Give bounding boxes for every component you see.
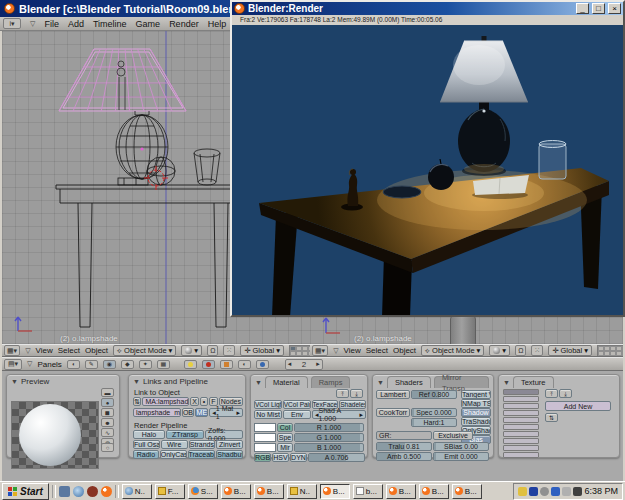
- close-button[interactable]: ×: [608, 3, 621, 14]
- gr-field[interactable]: GR:: [376, 431, 432, 440]
- object-icon[interactable]: ◆: [121, 360, 134, 369]
- orientation-dropdown[interactable]: ✛ Global ▾: [240, 345, 284, 356]
- paste-material-icon[interactable]: ⤓: [350, 389, 363, 398]
- slider-ref[interactable]: Ref 0.800: [411, 390, 457, 399]
- col-button[interactable]: Col: [277, 423, 293, 432]
- logic-icon[interactable]: ◖: [67, 360, 80, 369]
- zoffs-field[interactable]: Zoffs: 0.000: [205, 430, 243, 439]
- shadbuf-toggle[interactable]: Shadbuf: [216, 450, 243, 459]
- tab-shaders[interactable]: Shaders: [387, 376, 431, 388]
- draw-type-dropdown[interactable]: ▾: [181, 345, 202, 356]
- tab-material[interactable]: Material: [265, 376, 308, 388]
- task-button[interactable]: B...: [386, 484, 416, 499]
- clock[interactable]: 6:38 PM: [584, 486, 618, 496]
- ob-button[interactable]: OB: [182, 408, 195, 417]
- panel-collapse-icon[interactable]: ▼: [503, 379, 510, 386]
- shadow-toggle[interactable]: Shadow: [461, 408, 491, 417]
- preview-cube-icon[interactable]: ◼: [101, 408, 114, 417]
- copy-texture-icon[interactable]: ⤒: [545, 389, 558, 398]
- zinvert-toggle[interactable]: Zinvert: [216, 440, 243, 449]
- task-button-active[interactable]: B...: [320, 484, 350, 499]
- object-name-field[interactable]: lampshade_mesh: [133, 408, 181, 417]
- halo-toggle[interactable]: Halo: [133, 430, 165, 439]
- wire-toggle[interactable]: Wire: [161, 440, 188, 449]
- full-osa-toggle[interactable]: Full Osa: [133, 440, 160, 449]
- preview-sphere-icon[interactable]: ●: [101, 398, 114, 407]
- dyn-button[interactable]: DYN: [290, 453, 307, 462]
- quicklaunch-ie-icon[interactable]: [73, 486, 84, 497]
- start-button[interactable]: Start: [2, 483, 49, 500]
- pivot-icon[interactable]: Ω: [515, 345, 526, 356]
- texture-slot[interactable]: [503, 389, 539, 395]
- ztransp-toggle[interactable]: ZTransp: [166, 430, 204, 439]
- vcol-paint-toggle[interactable]: VCol Paint: [283, 400, 311, 409]
- task-button[interactable]: N..: [287, 484, 317, 499]
- auto-name-button[interactable]: •: [200, 397, 208, 406]
- mir-button[interactable]: Mir: [277, 443, 293, 452]
- texture-slot[interactable]: [503, 445, 539, 451]
- task-button[interactable]: B...: [254, 484, 284, 499]
- tab-mirror-transp[interactable]: Mirror Transp: [434, 376, 489, 388]
- panel-collapse-icon[interactable]: ▼: [377, 379, 384, 386]
- preview-monkey-icon[interactable]: ☻: [101, 418, 114, 427]
- slider-g[interactable]: G 1.000: [294, 433, 364, 442]
- volume-icon[interactable]: [518, 487, 527, 496]
- collapse-triangle-icon[interactable]: ▽: [27, 360, 32, 368]
- panels-menu[interactable]: Panels: [37, 360, 61, 369]
- panel-collapse-icon[interactable]: ▼: [255, 379, 262, 386]
- menu-select[interactable]: Select: [58, 346, 80, 355]
- task-button[interactable]: b...: [353, 484, 383, 499]
- slider-b[interactable]: B 1.000: [294, 443, 364, 452]
- color-swatch-specular[interactable]: [254, 433, 276, 442]
- panel-collapse-icon[interactable]: ▼: [11, 378, 18, 385]
- preview-options-button[interactable]: ○: [101, 443, 114, 452]
- slider-emit[interactable]: Emit 0.000: [433, 452, 489, 461]
- menu-add[interactable]: Add: [68, 19, 84, 29]
- exclusive-button[interactable]: Exclusive: [433, 431, 473, 440]
- task-button[interactable]: F...: [155, 484, 185, 499]
- rgb-button[interactable]: RGB: [254, 453, 271, 462]
- texture-slot[interactable]: [503, 396, 539, 402]
- editor-type-icon[interactable]: ▦▾: [312, 345, 328, 356]
- vcol-light-toggle[interactable]: VCol Light: [254, 400, 282, 409]
- menu-file[interactable]: File: [44, 19, 59, 29]
- task-button[interactable]: B...: [221, 484, 251, 499]
- traceable-toggle[interactable]: Traceable: [188, 450, 216, 459]
- slider-r[interactable]: R 1.000: [294, 423, 364, 432]
- env-toggle[interactable]: Env: [283, 410, 311, 419]
- browse-material-button[interactable]: ⇅: [133, 397, 141, 406]
- world-icon[interactable]: [256, 360, 269, 369]
- slider-amb[interactable]: Amb 0.500: [376, 452, 432, 461]
- slider-sbias[interactable]: SBias 0.00: [433, 442, 489, 451]
- material-buttons-icon[interactable]: [202, 360, 215, 369]
- material-slot-field[interactable]: ◂ 1 Mat 1 ▸: [209, 408, 243, 417]
- menu-render[interactable]: Render: [169, 19, 199, 29]
- menu-select[interactable]: Select: [366, 346, 388, 355]
- shading-icon[interactable]: ◉: [103, 360, 116, 369]
- minimize-button[interactable]: _: [576, 3, 589, 14]
- draw-type-dropdown[interactable]: ▾: [489, 345, 510, 356]
- copy-material-icon[interactable]: ⤒: [336, 389, 349, 398]
- pivot-icon[interactable]: Ω: [207, 345, 218, 356]
- next-icon[interactable]: ▸: [359, 411, 363, 419]
- editor-type-icon[interactable]: ▦▾: [4, 345, 20, 356]
- texture-buttons-icon[interactable]: [220, 360, 233, 369]
- task-button[interactable]: B...: [452, 484, 482, 499]
- editing-icon[interactable]: ✦: [139, 360, 152, 369]
- slider-spec[interactable]: Spec 0.000: [411, 408, 457, 417]
- nmap-ts-toggle[interactable]: NMap TS: [461, 399, 491, 408]
- unlink-button[interactable]: X: [190, 397, 198, 406]
- paste-texture-icon[interactable]: ⤓: [559, 389, 572, 398]
- hsv-button[interactable]: HSV: [272, 453, 289, 462]
- quicklaunch-media-icon[interactable]: [87, 486, 98, 497]
- proportional-edit-icon[interactable]: ⁙: [223, 345, 235, 356]
- slot-next-icon[interactable]: ▸: [236, 409, 240, 417]
- add-new-button[interactable]: Add New: [545, 401, 611, 411]
- security-icon[interactable]: [562, 487, 571, 496]
- proportional-edit-icon[interactable]: ⁙: [531, 345, 543, 356]
- task-button[interactable]: S...: [188, 484, 218, 499]
- task-button[interactable]: B...: [419, 484, 449, 499]
- task-button[interactable]: N..: [122, 484, 152, 499]
- texture-slot[interactable]: [503, 410, 539, 416]
- lamp-buttons-icon[interactable]: [184, 360, 197, 369]
